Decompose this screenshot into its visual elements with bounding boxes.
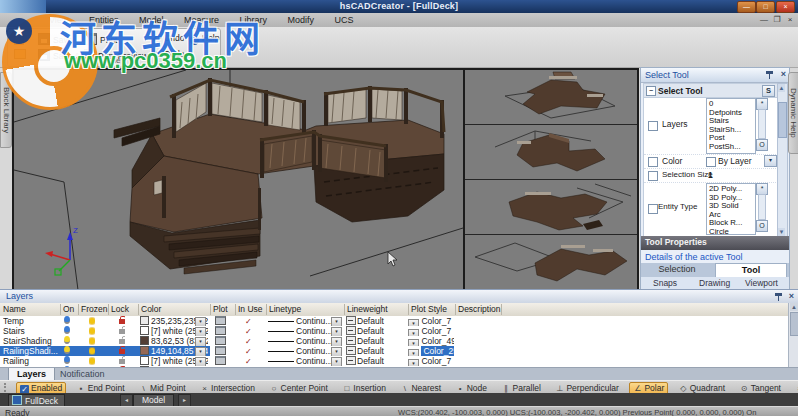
aux-viewport-2[interactable] bbox=[465, 125, 637, 180]
aux-viewport-3[interactable] bbox=[465, 180, 637, 235]
table-row-railingshading-selected[interactable]: RailingShadi... 149,104,85 (149...▾ ✓ Co… bbox=[0, 346, 788, 356]
linetype-dropdown-icon[interactable]: ▾ bbox=[331, 327, 342, 336]
plotstyle-dropdown-icon[interactable]: ▾ bbox=[408, 359, 419, 366]
aux-viewport-4[interactable] bbox=[465, 235, 637, 290]
table-row-stairshading[interactable]: StairShading 83,62,53 (83,62...▾ ✓ Conti… bbox=[0, 336, 788, 346]
scroll-up-icon[interactable]: ▲ bbox=[778, 84, 785, 92]
layers-scroll-up-icon[interactable]: ▲ bbox=[790, 303, 798, 311]
table-row-temp[interactable]: Temp 235,235,235 (23...▾ ✓ Continu...▾ D… bbox=[0, 316, 788, 326]
col-description[interactable]: Description bbox=[455, 304, 502, 315]
lock-icon[interactable] bbox=[119, 319, 125, 324]
new-button[interactable] bbox=[14, 33, 27, 45]
table-row-railing[interactable]: Railing [7] white (255,2...▾ ✓ Continu..… bbox=[0, 356, 788, 366]
layers-list-scrollbar[interactable] bbox=[758, 109, 766, 139]
linetype-dropdown-icon[interactable]: ▾ bbox=[331, 357, 342, 366]
color-picker-icon[interactable]: ▾ bbox=[195, 357, 206, 366]
block-library-tab[interactable]: Block Library bbox=[0, 72, 12, 148]
lock-icon[interactable] bbox=[119, 359, 125, 364]
dynamic-help-tab[interactable]: Dynamic Help bbox=[788, 72, 798, 154]
color-picker-icon[interactable]: ▾ bbox=[195, 347, 206, 356]
undo-button[interactable]: ↶Undo bbox=[152, 33, 185, 45]
scroll-thumb[interactable] bbox=[778, 102, 787, 138]
bylayer-checkbox[interactable] bbox=[706, 157, 716, 167]
entity-type-checkbox[interactable] bbox=[648, 204, 658, 214]
menu-view[interactable]: View bbox=[40, 13, 77, 25]
bulb-on-icon[interactable] bbox=[64, 346, 70, 354]
plot-printer-icon[interactable] bbox=[215, 326, 226, 335]
col-linetype[interactable]: Linetype bbox=[266, 304, 345, 315]
pin-icon[interactable] bbox=[766, 71, 773, 79]
tab-selection[interactable]: Selection bbox=[641, 263, 713, 277]
plotstyle-dropdown-icon[interactable]: ▾ bbox=[408, 329, 419, 336]
layers-checkbox[interactable] bbox=[648, 121, 658, 131]
layers-pin-icon[interactable] bbox=[775, 293, 782, 301]
lock-icon[interactable] bbox=[119, 329, 125, 334]
section-s-button[interactable]: S bbox=[762, 85, 775, 97]
menu-entities[interactable]: Entities bbox=[80, 13, 128, 25]
sun-frozen-icon[interactable] bbox=[89, 318, 95, 324]
entity-list-scrollbar[interactable] bbox=[758, 194, 766, 220]
minimize-button[interactable]: — bbox=[737, 1, 756, 13]
color-swatch[interactable] bbox=[140, 346, 149, 355]
plotstyle-dropdown-icon[interactable]: ▾ bbox=[408, 339, 419, 346]
color-picker-icon[interactable]: ▾ bbox=[195, 337, 206, 346]
color-swatch[interactable] bbox=[140, 326, 149, 335]
mdi-minimize-button[interactable]: — bbox=[758, 15, 770, 25]
panel-scrollbar[interactable]: ▲ ▼ bbox=[777, 83, 788, 237]
toolbar-grip[interactable] bbox=[4, 383, 9, 392]
col-on[interactable]: On bbox=[60, 304, 79, 315]
mdi-close-button[interactable]: × bbox=[784, 15, 796, 25]
collapse-icon[interactable]: − bbox=[646, 86, 656, 96]
tool-details-link[interactable]: Details of the active Tool bbox=[645, 252, 742, 262]
menu-ucs[interactable]: UCS bbox=[326, 13, 363, 25]
maximize-button[interactable]: □ bbox=[756, 1, 775, 13]
bulb-on-icon[interactable] bbox=[64, 326, 70, 334]
plot-printer-icon[interactable] bbox=[215, 356, 226, 365]
bulb-on-icon[interactable] bbox=[64, 356, 70, 364]
menu-measure[interactable]: Measure bbox=[175, 13, 228, 25]
save-button[interactable]: Save bbox=[38, 33, 72, 45]
linetype-dropdown-icon[interactable]: ▾ bbox=[331, 317, 342, 326]
select-none-button[interactable]: O bbox=[756, 139, 768, 151]
layers-close-icon[interactable]: × bbox=[789, 291, 794, 301]
tab-viewport[interactable]: Viewport bbox=[745, 278, 778, 288]
table-row-stairs[interactable]: Stairs [7] white (255,2...▾ ✓ Continu...… bbox=[0, 326, 788, 336]
lock-icon[interactable] bbox=[119, 339, 125, 344]
color-picker-icon[interactable]: ▾ bbox=[195, 327, 206, 336]
section-header[interactable]: − Select Tool S bbox=[644, 84, 778, 98]
color-swatch[interactable] bbox=[140, 316, 149, 325]
lock-icon[interactable] bbox=[119, 349, 125, 354]
color-dropdown-icon[interactable]: ▾ bbox=[764, 155, 777, 167]
plotstyle-dropdown-icon[interactable]: ▾ bbox=[408, 349, 419, 356]
bulb-on-icon[interactable] bbox=[64, 336, 70, 344]
selection-size-checkbox[interactable] bbox=[648, 171, 658, 181]
mdi-restore-button[interactable]: ❐ bbox=[771, 15, 783, 25]
aux-viewport-1[interactable] bbox=[465, 70, 637, 125]
print-button[interactable]: Print bbox=[84, 33, 117, 45]
sun-frozen-icon[interactable] bbox=[89, 358, 95, 364]
color-checkbox[interactable] bbox=[648, 157, 658, 167]
col-color[interactable]: Color bbox=[138, 304, 211, 315]
col-plot[interactable]: Plot bbox=[210, 304, 236, 315]
linetype-dropdown-icon[interactable]: ▾ bbox=[331, 337, 342, 346]
tab-tool[interactable]: Tool bbox=[715, 263, 787, 278]
tab-snaps[interactable]: Snaps bbox=[653, 278, 677, 288]
tab-drawing[interactable]: Drawing bbox=[699, 278, 730, 288]
plot-printer-icon[interactable] bbox=[215, 346, 226, 355]
layers-panel-header[interactable]: Layers × bbox=[0, 290, 798, 304]
sun-frozen-icon[interactable] bbox=[89, 348, 95, 354]
close-button[interactable]: × bbox=[776, 1, 795, 13]
menu-model[interactable]: Model bbox=[130, 13, 173, 25]
plot-printer-icon[interactable] bbox=[215, 316, 226, 325]
col-frozen[interactable]: Frozen bbox=[78, 304, 109, 315]
col-name[interactable]: Name bbox=[0, 304, 61, 315]
color-picker-icon[interactable]: ▾ bbox=[195, 317, 206, 326]
selection-size-value[interactable]: 1 bbox=[708, 170, 713, 180]
menu-library[interactable]: Library bbox=[230, 13, 276, 25]
help-button[interactable]: ?Help bbox=[190, 33, 219, 45]
color-swatch[interactable] bbox=[140, 336, 149, 345]
layers-scroll-thumb[interactable] bbox=[790, 312, 798, 336]
col-plotstyle[interactable]: Plot Style bbox=[408, 304, 456, 315]
main-3d-viewport[interactable]: Z bbox=[12, 68, 465, 292]
entity-select-none-button[interactable]: O bbox=[756, 220, 768, 232]
